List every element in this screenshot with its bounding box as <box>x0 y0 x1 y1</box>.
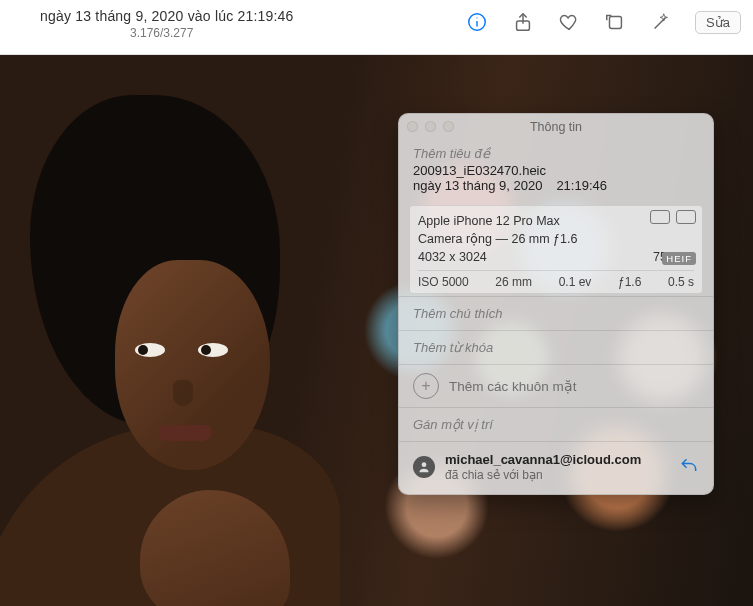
description-input[interactable]: Thêm chú thích <box>399 296 713 330</box>
zoom-icon[interactable] <box>443 121 454 132</box>
camera-device: Apple iPhone 12 Pro Max <box>418 212 560 230</box>
exif-iso: ISO 5000 <box>418 275 469 289</box>
location-input[interactable]: Gán một vị trí <box>399 407 713 441</box>
filename-label: 200913_iE032470.heic <box>413 163 699 178</box>
camera-lens: Camera rộng — 26 mm ƒ1.6 <box>418 230 577 248</box>
camera-info-block: Apple iPhone 12 Pro Max Camera rộng — 26… <box>409 205 703 294</box>
exif-aperture: ƒ1.6 <box>618 275 641 289</box>
add-faces-row[interactable]: + Thêm các khuôn mặt <box>399 364 713 407</box>
share-icon <box>512 11 534 33</box>
info-panel-title: Thông tin <box>530 120 582 134</box>
info-panel: Thông tin Thêm tiêu đề 200913_iE032470.h… <box>398 113 714 495</box>
add-faces-label: Thêm các khuôn mặt <box>449 378 577 394</box>
svg-point-5 <box>422 463 427 468</box>
wand-icon <box>650 11 672 33</box>
shared-subtitle: đã chia sẻ với bạn <box>445 468 669 482</box>
toolbar: ngày 13 tháng 9, 2020 vào lúc 21:19:46 3… <box>0 0 753 55</box>
svg-rect-4 <box>610 17 622 29</box>
file-datetime: ngày 13 tháng 9, 2020 21:19:46 <box>413 178 699 193</box>
exif-shutter: 0.5 s <box>668 275 694 289</box>
enhance-button[interactable] <box>649 10 673 34</box>
close-icon[interactable] <box>407 121 418 132</box>
rotate-icon <box>604 11 626 33</box>
whitebalance-icon <box>650 210 670 224</box>
file-time: 21:19:46 <box>556 178 607 193</box>
window-traffic-lights[interactable] <box>407 121 454 132</box>
info-button[interactable] <box>465 10 489 34</box>
exif-focal: 26 mm <box>495 275 532 289</box>
file-date: ngày 13 tháng 9, 2020 <box>413 178 542 193</box>
minimize-icon[interactable] <box>425 121 436 132</box>
plus-icon[interactable]: + <box>413 373 439 399</box>
reply-icon <box>679 456 699 476</box>
avatar <box>413 456 435 478</box>
info-panel-titlebar[interactable]: Thông tin <box>399 114 713 140</box>
keyword-input[interactable]: Thêm từ khóa <box>399 330 713 364</box>
camera-dimensions: 4032 x 3024 <box>418 248 487 266</box>
title-input[interactable]: Thêm tiêu đề <box>413 146 699 161</box>
photo-counter: 3.176/3.277 <box>130 26 294 41</box>
exif-ev: 0.1 ev <box>559 275 592 289</box>
shared-text: michael_cavanna1@icloud.com đã chia sẻ v… <box>445 452 669 482</box>
heart-icon <box>558 11 580 33</box>
info-icon <box>466 11 488 33</box>
toolbar-tools: Sửa <box>465 10 741 34</box>
photo-datetime: ngày 13 tháng 9, 2020 vào lúc 21:19:46 3… <box>40 8 294 41</box>
exif-row: ISO 5000 26 mm 0.1 ev ƒ1.6 0.5 s <box>418 270 694 289</box>
metering-icon <box>676 210 696 224</box>
reply-button[interactable] <box>679 456 699 479</box>
info-header-section: Thêm tiêu đề 200913_iE032470.heic ngày 1… <box>399 140 713 199</box>
photo-date-text: ngày 13 tháng 9, 2020 vào lúc 21:19:46 <box>40 8 294 26</box>
photo-subject <box>0 95 330 606</box>
format-badge: HEIF <box>662 252 696 265</box>
edit-button[interactable]: Sửa <box>695 11 741 34</box>
rotate-button[interactable] <box>603 10 627 34</box>
share-button[interactable] <box>511 10 535 34</box>
person-icon <box>417 460 431 474</box>
shared-email: michael_cavanna1@icloud.com <box>445 452 669 468</box>
favorite-button[interactable] <box>557 10 581 34</box>
shared-by-row: michael_cavanna1@icloud.com đã chia sẻ v… <box>399 441 713 494</box>
svg-point-2 <box>477 17 478 18</box>
